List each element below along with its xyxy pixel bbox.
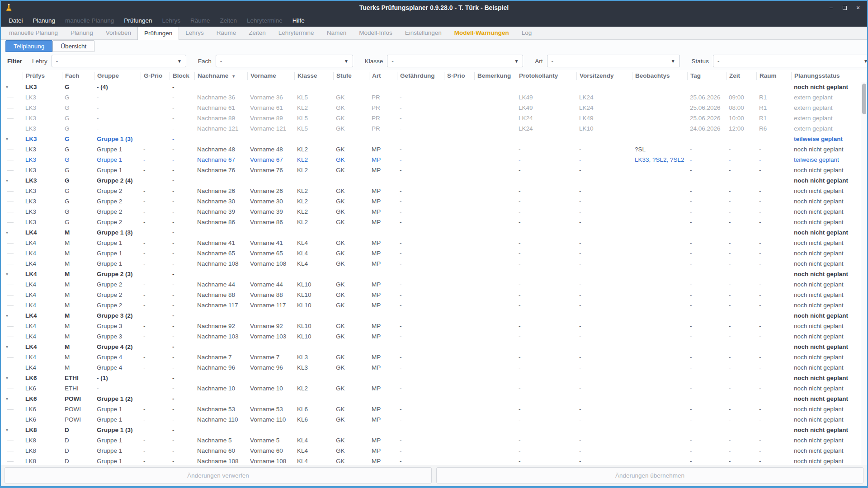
table-row[interactable]: LK4MGruppe 4--Nachname 7Vorname 7KL3GKMP…: [1, 352, 860, 362]
group-row[interactable]: ▾LK4MGruppe 4 (2)-noch nicht geplant: [1, 342, 860, 352]
expand-collapse-icon[interactable]: ▾: [6, 396, 8, 401]
table-row[interactable]: LK3G--Nachname 61Vorname 61KL2GKPR-LK49L…: [1, 103, 860, 113]
filter-select-status[interactable]: -▼: [713, 55, 868, 67]
tab-lehrytermine[interactable]: Lehrytermine: [272, 27, 321, 39]
column-header-tag[interactable]: Tag: [687, 72, 726, 80]
filter-select-lehry[interactable]: -▼: [52, 55, 186, 67]
filter-select-art[interactable]: -▼: [547, 55, 680, 67]
table-row[interactable]: LK3GGruppe 1--Nachname 48Vorname 48KL2GK…: [1, 144, 860, 155]
subtab-teilplanung[interactable]: Teilplanung: [5, 40, 52, 52]
group-row[interactable]: ▾LK8DGruppe 1 (3)-noch nicht geplant: [1, 425, 860, 435]
tab-modell-warnungen[interactable]: Modell-Warnungen: [448, 27, 515, 39]
vertical-scrollbar[interactable]: [861, 82, 867, 465]
table-row[interactable]: LK3GGruppe 1--Nachname 67Vorname 67KL2GK…: [1, 155, 860, 165]
column-header-art[interactable]: Art: [369, 72, 397, 80]
table-row[interactable]: LK3GGruppe 2--Nachname 30Vorname 30KL2GK…: [1, 196, 860, 206]
apply-changes-button[interactable]: Änderungen übernehmen: [436, 467, 863, 483]
tab-prüfungen[interactable]: Prüfungen: [137, 27, 179, 40]
table-row[interactable]: LK8DGruppe 1--Nachname 108Vorname 108KL4…: [1, 456, 860, 465]
table-row[interactable]: LK4MGruppe 3--Nachname 103Vorname 103KL1…: [1, 331, 860, 342]
column-header-zeit[interactable]: Zeit: [726, 72, 756, 80]
column-header-vorname[interactable]: Vorname: [247, 72, 294, 80]
filter-label-lehry: Lehry: [32, 58, 47, 65]
table-row[interactable]: LK6POWIGruppe 1--Nachname 53Vorname 53KL…: [1, 404, 860, 414]
column-header-stufe[interactable]: Stufe: [333, 72, 369, 80]
menu-planung[interactable]: Planung: [28, 14, 61, 27]
expand-collapse-icon[interactable]: ▾: [6, 178, 8, 183]
column-header-block[interactable]: Block: [170, 72, 194, 80]
expand-collapse-icon[interactable]: ▾: [6, 272, 8, 277]
menu-datei[interactable]: Datei: [4, 14, 28, 27]
expand-collapse-icon[interactable]: ▾: [6, 375, 8, 380]
column-header-nachname[interactable]: Nachname▼: [194, 72, 247, 80]
table-row[interactable]: LK3GGruppe 2--Nachname 39Vorname 39KL2GK…: [1, 206, 860, 217]
group-row[interactable]: ▾LK4MGruppe 3 (2)-noch nicht geplant: [1, 310, 860, 321]
expand-collapse-icon[interactable]: ▾: [6, 427, 8, 432]
group-row[interactable]: ▾LK6ETHI- (1)-noch nicht geplant: [1, 373, 860, 383]
column-header-beobachtys[interactable]: Beobachtys: [632, 72, 687, 80]
table-row[interactable]: LK4MGruppe 1--Nachname 65Vorname 65KL4GK…: [1, 248, 860, 258]
table-row[interactable]: LK3G--Nachname 89Vorname 89KL5GKPR-LK24L…: [1, 113, 860, 123]
menu-hilfe[interactable]: Hilfe: [288, 14, 310, 27]
table-row[interactable]: LK4MGruppe 1--Nachname 41Vorname 41KL4GK…: [1, 238, 860, 248]
scrollbar-thumb[interactable]: [862, 84, 866, 114]
table-row[interactable]: LK3GGruppe 2--Nachname 86Vorname 86KL2GK…: [1, 217, 860, 227]
column-header-fach[interactable]: Fach: [62, 72, 94, 80]
table-row[interactable]: LK4MGruppe 2--Nachname 117Vorname 117KL1…: [1, 300, 860, 310]
expand-collapse-icon[interactable]: ▾: [6, 344, 8, 349]
tab-log[interactable]: Log: [515, 27, 538, 39]
restore-button[interactable]: [841, 5, 848, 11]
column-header-vorsitzendy[interactable]: Vorsitzendy: [576, 72, 632, 80]
group-row[interactable]: ▾LK3GGruppe 2 (4)-noch nicht geplant: [1, 175, 860, 186]
minimize-button[interactable]: −: [827, 5, 835, 11]
tab-vorlieben[interactable]: Vorlieben: [99, 27, 137, 39]
column-header-gefährdung[interactable]: Gefährdung: [397, 72, 444, 80]
column-header-s-prio[interactable]: S-Prio: [444, 72, 474, 80]
table-row[interactable]: LK3G--Nachname 121Vorname 121KL5GKPR-LK2…: [1, 123, 860, 134]
tab-lehrys[interactable]: Lehrys: [179, 27, 210, 39]
subtab-übersicht[interactable]: Übersicht: [52, 40, 94, 52]
column-header-klasse[interactable]: Klasse: [294, 72, 333, 80]
table-row[interactable]: LK3GGruppe 2--Nachname 26Vorname 26KL2GK…: [1, 186, 860, 196]
table-row[interactable]: LK4MGruppe 2--Nachname 88Vorname 88KL10G…: [1, 290, 860, 300]
column-header-raum[interactable]: Raum: [756, 72, 791, 80]
tab-einstellungen[interactable]: Einstellungen: [399, 27, 448, 39]
group-row[interactable]: ▾LK3G- (4)-noch nicht geplant: [1, 82, 860, 92]
tab-modell-infos[interactable]: Modell-Infos: [353, 27, 399, 39]
menu-prüfungen[interactable]: Prüfungen: [119, 14, 157, 27]
table-row[interactable]: LK3GGruppe 1--Nachname 76Vorname 76KL2GK…: [1, 165, 860, 175]
group-row[interactable]: ▾LK6POWIGruppe 1 (2)-noch nicht geplant: [1, 394, 860, 404]
tab-planung[interactable]: Planung: [64, 27, 99, 39]
filter-select-klasse[interactable]: -▼: [387, 55, 523, 67]
table-row[interactable]: LK8DGruppe 1--Nachname 5Vorname 5KL4GKMP…: [1, 435, 860, 446]
group-row[interactable]: ▾LK4MGruppe 2 (3)-noch nicht geplant: [1, 269, 860, 279]
expander-cell: [1, 196, 23, 206]
table-row[interactable]: LK6POWIGruppe 1--Nachname 110Vorname 110…: [1, 414, 860, 425]
column-header-gruppe[interactable]: Gruppe: [94, 72, 141, 80]
column-header-bemerkung[interactable]: Bemerkung: [474, 72, 516, 80]
group-row[interactable]: ▾LK4MGruppe 1 (3)-noch nicht geplant: [1, 227, 860, 238]
expand-collapse-icon[interactable]: ▾: [6, 313, 8, 318]
filter-select-fach[interactable]: -▼: [216, 55, 353, 67]
column-header-protokollanty[interactable]: Protokollanty: [516, 72, 576, 80]
close-button[interactable]: ×: [854, 5, 862, 11]
expand-collapse-icon[interactable]: ▾: [6, 230, 8, 235]
expand-collapse-icon[interactable]: ▾: [6, 136, 8, 141]
table-row[interactable]: LK6ETHI--Nachname 10Vorname 10KL2GKMP---…: [1, 383, 860, 394]
table-row[interactable]: LK4MGruppe 1--Nachname 108Vorname 108KL4…: [1, 258, 860, 269]
table-row[interactable]: LK3G--Nachname 36Vorname 36KL5GKPR-LK49L…: [1, 92, 860, 103]
column-header-prüfys[interactable]: Prüfys: [23, 72, 62, 80]
column-header-g-prio[interactable]: G-Prio: [141, 72, 170, 80]
table-row[interactable]: LK4MGruppe 4--Nachname 96Vorname 96KL3GK…: [1, 362, 860, 373]
group-row[interactable]: ▾LK3GGruppe 1 (3)-teilweise geplant: [1, 134, 860, 144]
column-header-planungsstatus[interactable]: Planungsstatus: [791, 72, 860, 80]
table-row[interactable]: LK8DGruppe 1--Nachname 60Vorname 60KL4GK…: [1, 446, 860, 456]
tab-manuelle-planung[interactable]: manuelle Planung: [3, 27, 64, 39]
tab-räume[interactable]: Räume: [210, 27, 243, 39]
expand-collapse-icon[interactable]: ▾: [6, 84, 8, 89]
tab-zeiten[interactable]: Zeiten: [242, 27, 272, 39]
table-row[interactable]: LK4MGruppe 3--Nachname 92Vorname 92KL10G…: [1, 321, 860, 331]
table-row[interactable]: LK4MGruppe 2--Nachname 44Vorname 44KL10G…: [1, 279, 860, 290]
tab-namen[interactable]: Namen: [321, 27, 353, 39]
discard-changes-button[interactable]: Änderungen verwerfen: [5, 467, 432, 483]
